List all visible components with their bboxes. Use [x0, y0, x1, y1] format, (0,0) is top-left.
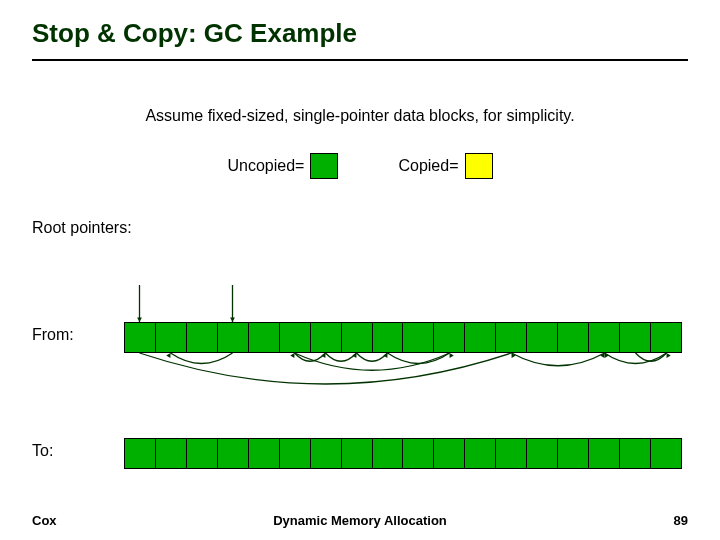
- from-cell: [218, 322, 249, 353]
- svg-marker-12: [600, 353, 604, 358]
- to-cell: [342, 438, 373, 469]
- to-cell: [125, 438, 156, 469]
- legend-copied-label: Copied=: [398, 157, 458, 175]
- from-cell: [403, 322, 434, 353]
- from-cell: [558, 322, 589, 353]
- legend: Uncopied= Copied=: [0, 153, 720, 179]
- to-cell: [311, 438, 342, 469]
- to-cell: [496, 438, 527, 469]
- to-cell: [620, 438, 651, 469]
- to-cell: [373, 438, 404, 469]
- to-cell: [403, 438, 434, 469]
- legend-uncopied-label: Uncopied=: [228, 157, 305, 175]
- from-cell: [620, 322, 651, 353]
- svg-marker-7: [352, 353, 356, 358]
- assumption-text: Assume fixed-sized, single-pointer data …: [0, 107, 720, 125]
- from-cell: [311, 322, 342, 353]
- from-cell: [373, 322, 404, 353]
- svg-marker-6: [321, 353, 325, 358]
- to-cell: [280, 438, 311, 469]
- svg-marker-8: [383, 353, 387, 358]
- slide-title: Stop & Copy: GC Example: [0, 0, 720, 59]
- from-cell: [280, 322, 311, 353]
- to-cell: [465, 438, 496, 469]
- svg-marker-9: [450, 353, 454, 358]
- copied-swatch: [465, 153, 493, 179]
- from-cell: [125, 322, 156, 353]
- uncopied-swatch: [310, 153, 338, 179]
- svg-marker-10: [512, 353, 516, 358]
- to-cell: [156, 438, 187, 469]
- to-cell: [187, 438, 218, 469]
- to-space-bar: [124, 438, 682, 469]
- svg-marker-5: [290, 353, 294, 358]
- from-cell: [187, 322, 218, 353]
- to-cell: [589, 438, 620, 469]
- to-cell: [558, 438, 589, 469]
- from-cell: [342, 322, 373, 353]
- from-label: From:: [32, 326, 74, 344]
- footer-title: Dynamic Memory Allocation: [0, 513, 720, 528]
- from-cell: [465, 322, 496, 353]
- slide-footer: Cox Dynamic Memory Allocation 89: [0, 513, 720, 528]
- from-cell: [434, 322, 465, 353]
- from-cell: [249, 322, 280, 353]
- pointer-arrows: [124, 285, 682, 425]
- from-cell: [651, 322, 682, 353]
- title-underline: [32, 59, 688, 61]
- to-cell: [651, 438, 682, 469]
- legend-copied: Copied=: [398, 153, 492, 179]
- from-cell: [156, 322, 187, 353]
- to-cell: [434, 438, 465, 469]
- to-cell: [218, 438, 249, 469]
- root-pointers-label: Root pointers:: [32, 219, 720, 237]
- to-cell: [249, 438, 280, 469]
- svg-marker-13: [667, 353, 671, 358]
- svg-marker-11: [605, 353, 609, 358]
- to-label: To:: [32, 442, 53, 460]
- from-cell: [527, 322, 558, 353]
- from-space-bar: [124, 322, 682, 353]
- to-cell: [527, 438, 558, 469]
- legend-uncopied: Uncopied=: [228, 153, 339, 179]
- svg-marker-4: [166, 353, 170, 358]
- from-cell: [496, 322, 527, 353]
- from-cell: [589, 322, 620, 353]
